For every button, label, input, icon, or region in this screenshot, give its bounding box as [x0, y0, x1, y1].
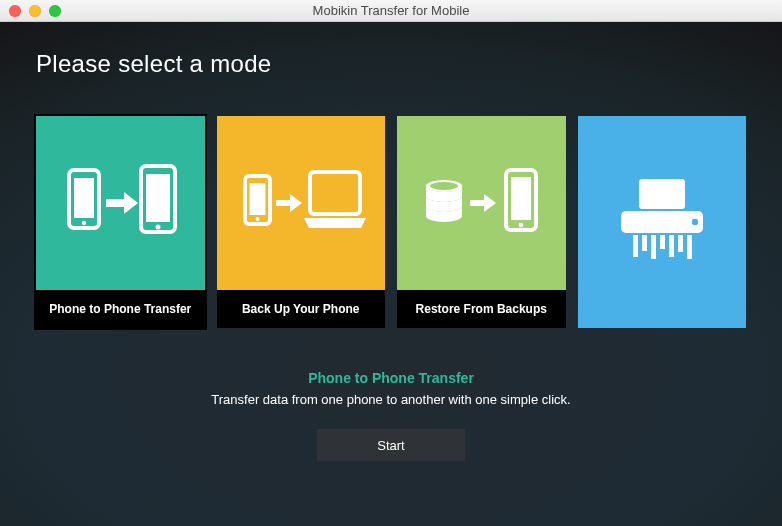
description-text: Transfer data from one phone to another …: [36, 392, 746, 407]
description-title: Phone to Phone Transfer: [36, 370, 746, 386]
svg-rect-25: [687, 235, 692, 259]
svg-rect-21: [651, 235, 656, 259]
mode-shredder[interactable]: [578, 116, 747, 328]
svg-point-15: [519, 223, 524, 228]
maximize-window-button[interactable]: [49, 5, 61, 17]
svg-rect-7: [249, 183, 265, 215]
svg-point-18: [692, 219, 698, 225]
window-titlebar: Mobikin Transfer for Mobile: [0, 0, 782, 22]
svg-point-4: [82, 221, 86, 225]
mode-label: Restore From Backups: [397, 290, 566, 328]
svg-rect-17: [621, 211, 703, 233]
minimize-window-button[interactable]: [29, 5, 41, 17]
svg-rect-14: [511, 177, 531, 220]
svg-rect-24: [678, 235, 683, 252]
mode-backup[interactable]: Back Up Your Phone: [217, 116, 386, 328]
app-body: Please select a mode: [0, 22, 782, 526]
mode-restore[interactable]: Restore From Backups: [397, 116, 566, 328]
svg-point-5: [156, 225, 161, 230]
window-title: Mobikin Transfer for Mobile: [0, 3, 782, 18]
start-button[interactable]: Start: [317, 429, 465, 461]
mode-description: Phone to Phone Transfer Transfer data fr…: [36, 370, 746, 461]
svg-point-12: [430, 182, 458, 190]
phone-to-laptop-icon: [217, 116, 386, 290]
close-window-button[interactable]: [9, 5, 21, 17]
svg-rect-20: [642, 235, 647, 251]
mode-list: Phone to Phone Transfer: [36, 116, 746, 328]
svg-rect-19: [633, 235, 638, 257]
mode-phone-to-phone[interactable]: Phone to Phone Transfer: [36, 116, 205, 328]
svg-rect-16: [639, 179, 685, 209]
mode-label: Phone to Phone Transfer: [36, 290, 205, 328]
shredder-icon: [578, 116, 747, 328]
svg-rect-23: [669, 235, 674, 257]
mode-label: Back Up Your Phone: [217, 290, 386, 328]
page-heading: Please select a mode: [36, 50, 746, 78]
svg-rect-3: [146, 174, 170, 222]
svg-rect-10: [315, 177, 355, 209]
disks-to-phone-icon: [397, 116, 566, 290]
phone-to-phone-icon: [36, 116, 205, 290]
svg-point-8: [255, 217, 259, 221]
svg-rect-22: [660, 235, 665, 249]
svg-rect-2: [74, 178, 94, 218]
